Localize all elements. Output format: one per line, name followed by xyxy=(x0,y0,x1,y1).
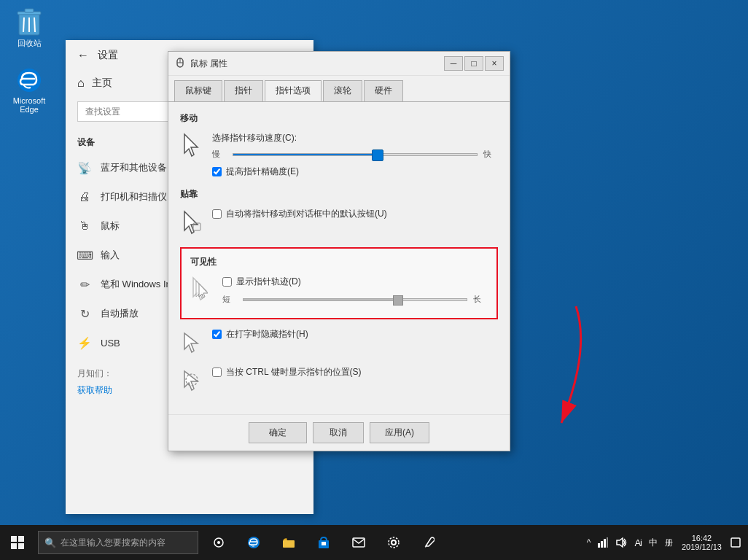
home-label: 主页 xyxy=(92,77,112,90)
dialog-titlebar: 鼠标 属性 ─ □ × xyxy=(168,52,510,76)
autoplay-label: 自动播放 xyxy=(101,307,139,320)
snap-checkbox-row: 自动将指针移动到对话框中的默认按钮(U) xyxy=(212,208,498,220)
trail-slider-thumb[interactable] xyxy=(393,295,403,306)
bluetooth-icon: 📡 xyxy=(77,160,92,175)
svg-rect-2 xyxy=(25,9,34,12)
desktop: 回收站 Microsoft Edge ← 设置 ⌂ 主页 设备 📡 蓝牙和其他设… xyxy=(0,0,748,525)
svg-rect-36 xyxy=(607,537,608,548)
tab-hardware[interactable]: 硬件 xyxy=(364,80,403,101)
snap-section: 贴靠 自动将指针移动到对话框中的默认按钮(U) xyxy=(180,188,498,237)
taskbar-explorer-icon[interactable] xyxy=(271,525,306,560)
language-indicator[interactable]: Ai xyxy=(631,525,644,560)
taskbar-settings-icon[interactable] xyxy=(376,525,411,560)
close-button[interactable]: × xyxy=(485,56,504,71)
recycle-bin-icon[interactable]: 回收站 xyxy=(7,7,51,49)
svg-rect-30 xyxy=(353,538,365,547)
back-button[interactable]: ← xyxy=(77,49,89,62)
dialog-mouse-icon xyxy=(174,58,186,69)
movement-pointer-icon xyxy=(180,132,203,161)
snap-row: 自动将指针移动到对话框中的默认按钮(U) xyxy=(180,208,498,237)
trail-slider-track[interactable] xyxy=(243,298,467,301)
tab-pointer[interactable]: 指针 xyxy=(224,80,263,101)
svg-marker-37 xyxy=(617,538,623,547)
slider-thumb[interactable] xyxy=(372,149,383,161)
snap-checkbox[interactable] xyxy=(212,209,222,219)
mouse-nav-label: 鼠标 xyxy=(101,219,120,233)
maximize-button[interactable]: □ xyxy=(464,56,483,71)
speed-slider-track[interactable] xyxy=(233,153,478,156)
snap-controls: 自动将指针移动到对话框中的默认按钮(U) xyxy=(212,208,498,220)
movement-section: 移动 选择指针移动速度(C): 慢 xyxy=(180,112,498,178)
autoplay-icon: ↻ xyxy=(77,306,92,321)
printer-icon: 🖨 xyxy=(77,190,92,204)
start-button[interactable] xyxy=(0,525,35,560)
input-label: 输入 xyxy=(101,249,120,262)
svg-marker-16 xyxy=(184,333,198,352)
trail-checkbox[interactable] xyxy=(222,277,232,287)
hide-typing-checkbox[interactable] xyxy=(212,330,222,339)
slider-fill xyxy=(233,154,379,155)
visibility-row: 显示指针轨迹(D) 短 长 xyxy=(190,276,488,311)
pen-label: 笔和 Windows In xyxy=(101,278,171,291)
dialog-footer: 确定 取消 应用(A) xyxy=(168,414,510,451)
tab-wheel[interactable]: 滚轮 xyxy=(323,80,362,101)
edge-icon[interactable]: Microsoft Edge xyxy=(7,66,51,114)
taskbar-mail-icon[interactable] xyxy=(341,525,376,560)
svg-rect-21 xyxy=(18,536,24,542)
speed-label: 选择指针移动速度(C): xyxy=(212,132,498,144)
snap-section-label: 贴靠 xyxy=(180,188,498,201)
keyboard-icon: ⌨ xyxy=(77,248,92,262)
taskbar-pen-icon[interactable] xyxy=(411,525,446,560)
svg-rect-27 xyxy=(283,540,295,548)
movement-section-label: 移动 xyxy=(180,112,498,125)
apply-button[interactable]: 应用(A) xyxy=(370,422,429,443)
visibility-section: 可见性 显示指针轨迹(D) xyxy=(180,247,498,319)
ctrl-location-checkbox[interactable] xyxy=(212,368,222,377)
taskbar-edge-icon[interactable] xyxy=(236,525,271,560)
trail-pointer-icon xyxy=(190,276,214,305)
network-icon[interactable] xyxy=(595,525,611,560)
hide-typing-checkbox-row: 在打字时隐藏指针(H) xyxy=(212,328,498,341)
svg-line-5 xyxy=(34,18,35,32)
mouse-properties-dialog: 鼠标 属性 ─ □ × 鼠标键 指针 指针选项 滚轮 硬件 移动 xyxy=(168,51,510,451)
taskbar-right: ^ Ai 中 册 16:42 2019/12/13 xyxy=(584,525,748,560)
svg-point-31 xyxy=(391,540,396,545)
ok-button[interactable]: 确定 xyxy=(249,422,307,443)
show-hidden-icons[interactable]: ^ xyxy=(584,525,594,560)
tab-pointer-options[interactable]: 指针选项 xyxy=(265,80,322,101)
svg-point-32 xyxy=(389,537,399,548)
snap-pointer-icon xyxy=(180,208,203,237)
bluetooth-label: 蓝牙和其他设备 xyxy=(101,161,167,174)
search-placeholder: 在这里输入您要搜索的内容 xyxy=(61,537,165,549)
printer-label: 打印机和扫描仪 xyxy=(101,190,167,203)
task-view-button[interactable] xyxy=(201,525,236,560)
fast-label: 快 xyxy=(483,149,498,160)
notification-icon[interactable] xyxy=(728,525,744,560)
movement-row: 选择指针移动速度(C): 慢 快 提高指针精确度(E) xyxy=(180,132,498,178)
trail-controls: 显示指针轨迹(D) 短 长 xyxy=(222,276,488,311)
volume-icon[interactable] xyxy=(612,525,630,560)
taskbar: 🔍 在这里输入您要搜索的内容 xyxy=(0,525,748,560)
svg-line-3 xyxy=(23,18,24,32)
time-display[interactable]: 16:42 2019/12/13 xyxy=(677,525,726,560)
cancel-button[interactable]: 取消 xyxy=(313,422,364,443)
ime-icon[interactable]: 中 xyxy=(646,525,661,560)
visibility-section-label: 可见性 xyxy=(190,256,488,268)
hide-typing-controls: 在打字时隐藏指针(H) xyxy=(212,328,498,341)
ime-mode-icon[interactable]: 册 xyxy=(662,525,676,560)
minimize-button[interactable]: ─ xyxy=(444,56,463,71)
hide-typing-row: 在打字时隐藏指针(H) xyxy=(180,328,498,357)
taskbar-search[interactable]: 🔍 在这里输入您要搜索的内容 xyxy=(38,531,198,554)
svg-point-25 xyxy=(217,541,220,544)
trail-slider-row: 短 长 xyxy=(222,294,488,305)
taskbar-store-icon[interactable] xyxy=(306,525,341,560)
tab-mouse-buttons[interactable]: 鼠标键 xyxy=(174,80,222,101)
precision-checkbox[interactable] xyxy=(212,167,222,176)
svg-rect-38 xyxy=(731,538,740,547)
svg-rect-22 xyxy=(11,543,17,549)
ctrl-location-row: 当按 CTRL 键时显示指针的位置(S) xyxy=(180,366,498,395)
dialog-controls: ─ □ × xyxy=(444,56,504,71)
ctrl-controls: 当按 CTRL 键时显示指针的位置(S) xyxy=(212,366,498,378)
speed-slider-row: 慢 快 xyxy=(212,149,498,160)
precision-label: 提高指针精确度(E) xyxy=(226,166,299,178)
